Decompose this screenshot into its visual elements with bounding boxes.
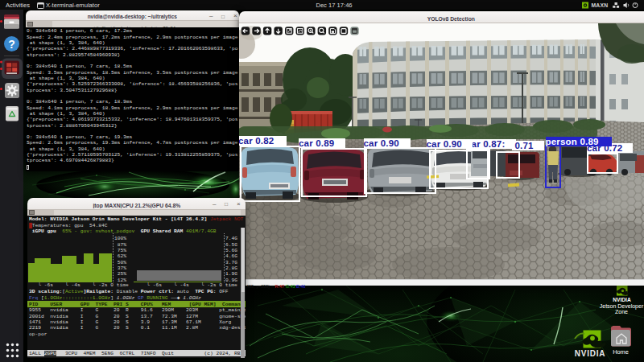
svg-text:Zone: Zone [615, 309, 628, 315]
svg-text:MAXN: MAXN [592, 2, 609, 8]
svg-text:Home: Home [613, 348, 629, 356]
svg-text:?: ? [8, 38, 15, 51]
svg-text:NVIDIA: NVIDIA [575, 349, 606, 358]
svg-text:NVIDIA: NVIDIA [613, 297, 631, 302]
